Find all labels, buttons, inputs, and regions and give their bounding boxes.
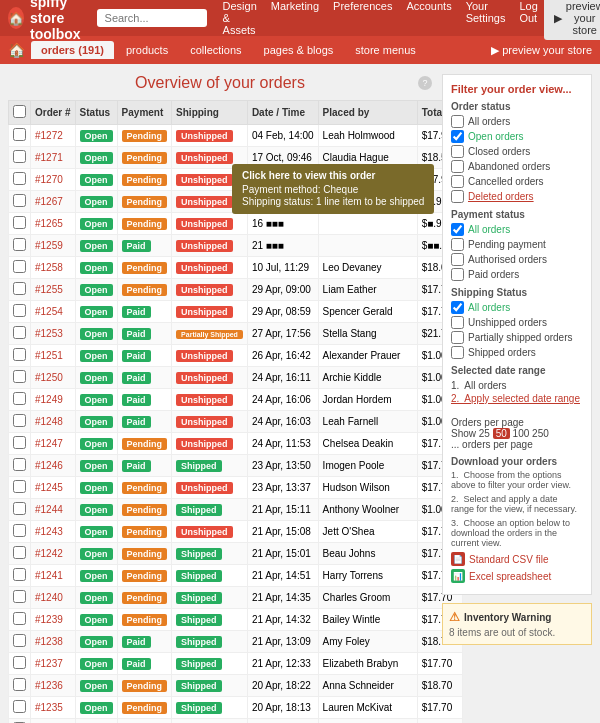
table-row[interactable]: #1249 Open Paid Unshipped 24 Apr, 16:06 … xyxy=(9,389,463,411)
row-order-id[interactable]: #1265 xyxy=(31,213,76,235)
table-row[interactable]: #1253 Open Paid Partially Shipped 27 Apr… xyxy=(9,323,463,345)
tab-pages-blogs[interactable]: pages & blogs xyxy=(254,41,344,59)
cb-all-orders[interactable] xyxy=(451,115,464,128)
table-row[interactable]: #1248 Open Paid Unshipped 24 Apr, 16:03 … xyxy=(9,411,463,433)
cb-pay-auth[interactable] xyxy=(451,253,464,266)
table-row[interactable]: #1241 Open Pending Shipped 21 Apr, 14:51… xyxy=(9,565,463,587)
filter-ship-shipped[interactable]: Shipped orders xyxy=(451,346,583,359)
row-order-id[interactable]: #1242 xyxy=(31,543,76,565)
apply-date-range[interactable]: 2. Apply selected date range xyxy=(451,393,583,404)
row-order-id[interactable]: #1254 xyxy=(31,301,76,323)
row-checkbox[interactable] xyxy=(13,634,26,647)
row-order-id[interactable]: #1238 xyxy=(31,631,76,653)
row-checkbox[interactable] xyxy=(13,678,26,691)
cb-ship-partial[interactable] xyxy=(451,331,464,344)
row-checkbox[interactable] xyxy=(13,546,26,559)
row-order-id[interactable]: #1236 xyxy=(31,675,76,697)
row-checkbox[interactable] xyxy=(13,370,26,383)
table-row[interactable]: #1251 Open Paid Unshipped 26 Apr, 16:42 … xyxy=(9,345,463,367)
tab-collections[interactable]: collections xyxy=(180,41,251,59)
row-order-id[interactable]: #1244 xyxy=(31,499,76,521)
row-order-id[interactable]: #1246 xyxy=(31,455,76,477)
filter-closed-orders[interactable]: Closed orders xyxy=(451,145,583,158)
table-row[interactable]: #1259 Open Paid Unshipped 21 ■■■ $■■.00 xyxy=(9,235,463,257)
row-checkbox[interactable] xyxy=(13,458,26,471)
nav-design[interactable]: Design & Assets xyxy=(217,0,263,38)
row-checkbox[interactable] xyxy=(13,238,26,251)
filter-pay-auth[interactable]: Authorised orders xyxy=(451,253,583,266)
row-checkbox[interactable] xyxy=(13,194,26,207)
filter-pay-all[interactable]: All orders xyxy=(451,223,583,236)
opp-250[interactable]: 250 xyxy=(532,428,549,439)
cb-pay-pending[interactable] xyxy=(451,238,464,251)
table-row[interactable]: #1234 Open Pending Shipped 20 Apr, 13:57… xyxy=(9,719,463,724)
table-row[interactable]: #1250 Open Paid Unshipped 24 Apr, 16:11 … xyxy=(9,367,463,389)
download-excel[interactable]: 📊 Excel spreadsheet xyxy=(451,569,583,583)
cb-pay-paid[interactable] xyxy=(451,268,464,281)
row-checkbox[interactable] xyxy=(13,414,26,427)
row-order-id[interactable]: #1253 xyxy=(31,323,76,345)
cb-ship-shipped[interactable] xyxy=(451,346,464,359)
row-order-id[interactable]: #1237 xyxy=(31,653,76,675)
row-checkbox[interactable] xyxy=(13,282,26,295)
row-order-id[interactable]: #1235 xyxy=(31,697,76,719)
table-row[interactable]: #1272 Open Pending Unshipped 04 Feb, 14:… xyxy=(9,125,463,147)
cb-deleted-orders[interactable] xyxy=(451,190,464,203)
filter-abandoned-orders[interactable]: Abandoned orders xyxy=(451,160,583,173)
table-row[interactable]: #1242 Open Pending Shipped 21 Apr, 15:01… xyxy=(9,543,463,565)
table-row[interactable]: #1270 Open Pending Unshipped Click here … xyxy=(9,169,463,191)
tab-store-menus[interactable]: store menus xyxy=(345,41,426,59)
search-input[interactable] xyxy=(97,9,207,27)
table-row[interactable]: #1254 Open Paid Unshipped 29 Apr, 08:59 … xyxy=(9,301,463,323)
row-order-id[interactable]: #1258 xyxy=(31,257,76,279)
cb-open-orders[interactable] xyxy=(451,130,464,143)
filter-pay-pending[interactable]: Pending payment xyxy=(451,238,583,251)
row-order-id[interactable]: #1239 xyxy=(31,609,76,631)
row-order-id[interactable]: #1259 xyxy=(31,235,76,257)
table-row[interactable]: #1235 Open Pending Shipped 20 Apr, 18:13… xyxy=(9,697,463,719)
row-checkbox[interactable] xyxy=(13,612,26,625)
row-checkbox[interactable] xyxy=(13,150,26,163)
table-row[interactable]: #1236 Open Pending Shipped 20 Apr, 18:22… xyxy=(9,675,463,697)
filter-ship-unshipped[interactable]: Unshipped orders xyxy=(451,316,583,329)
opp-100[interactable]: 100 xyxy=(513,428,532,439)
row-checkbox[interactable] xyxy=(13,590,26,603)
nav-preferences[interactable]: Preferences xyxy=(327,0,398,38)
row-checkbox[interactable] xyxy=(13,436,26,449)
select-all-checkbox[interactable] xyxy=(13,105,26,118)
table-row[interactable]: #1245 Open Pending Unshipped 23 Apr, 13:… xyxy=(9,477,463,499)
row-order-id[interactable]: #1247 xyxy=(31,433,76,455)
nav-logout[interactable]: Log Out xyxy=(513,0,543,38)
table-row[interactable]: #1240 Open Pending Shipped 21 Apr, 14:35… xyxy=(9,587,463,609)
row-order-id[interactable]: #1240 xyxy=(31,587,76,609)
opp-50[interactable]: 50 xyxy=(493,428,510,439)
row-order-id[interactable]: #1270 xyxy=(31,169,76,191)
row-checkbox[interactable] xyxy=(13,260,26,273)
row-order-id[interactable]: #1248 xyxy=(31,411,76,433)
row-order-id[interactable]: #1250 xyxy=(31,367,76,389)
home-icon[interactable]: 🏠 xyxy=(8,42,25,58)
filter-ship-partial[interactable]: Partially shipped orders xyxy=(451,331,583,344)
table-row[interactable]: #1265 Open Pending Unshipped 16 ■■■ $■.9… xyxy=(9,213,463,235)
row-order-id[interactable]: #1271 xyxy=(31,147,76,169)
row-order-id[interactable]: #1249 xyxy=(31,389,76,411)
row-order-id[interactable]: #1267 xyxy=(31,191,76,213)
row-order-id[interactable]: #1272 xyxy=(31,125,76,147)
preview-store-link[interactable]: ▶ preview your store xyxy=(491,44,592,57)
opp-25[interactable]: Show 25 xyxy=(451,428,493,439)
row-checkbox[interactable] xyxy=(13,304,26,317)
row-checkbox[interactable] xyxy=(13,524,26,537)
table-row[interactable]: #1258 Open Pending Unshipped 10 Jul, 11:… xyxy=(9,257,463,279)
help-badge[interactable]: ? xyxy=(418,76,432,90)
cb-closed-orders[interactable] xyxy=(451,145,464,158)
row-order-id[interactable]: #1234 xyxy=(31,719,76,724)
nav-accounts[interactable]: Accounts xyxy=(400,0,457,38)
preview-store-button[interactable]: ▶ preview your store xyxy=(544,0,600,40)
table-row[interactable]: #1247 Open Pending Unshipped 24 Apr, 11:… xyxy=(9,433,463,455)
row-checkbox[interactable] xyxy=(13,326,26,339)
filter-deleted-orders[interactable]: Deleted orders xyxy=(451,190,583,203)
filter-ship-all[interactable]: All orders xyxy=(451,301,583,314)
tab-products[interactable]: products xyxy=(116,41,178,59)
row-order-id[interactable]: #1241 xyxy=(31,565,76,587)
row-checkbox[interactable] xyxy=(13,568,26,581)
